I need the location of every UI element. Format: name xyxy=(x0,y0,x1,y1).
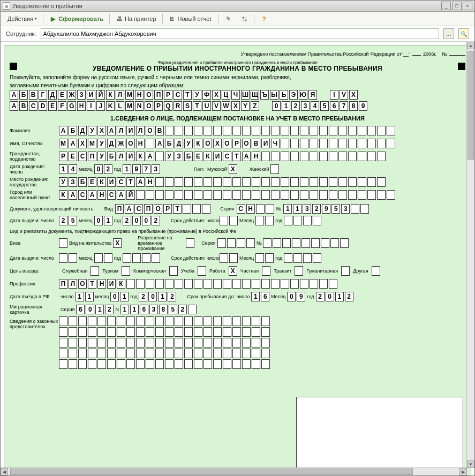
char-box[interactable] xyxy=(175,316,183,326)
char-box[interactable]: 5 xyxy=(69,216,77,225)
char-box[interactable] xyxy=(255,253,264,263)
char-box[interactable] xyxy=(213,349,222,358)
char-box[interactable] xyxy=(367,152,376,161)
char-box[interactable] xyxy=(146,349,154,358)
char-box[interactable] xyxy=(300,152,308,161)
char-box[interactable] xyxy=(252,279,260,289)
char-box[interactable] xyxy=(281,139,289,148)
char-box[interactable] xyxy=(284,253,292,263)
char-box[interactable] xyxy=(194,359,202,369)
char-box[interactable] xyxy=(290,177,299,187)
char-box[interactable] xyxy=(165,338,174,347)
char-box[interactable]: Т xyxy=(126,177,135,187)
char-box[interactable]: У xyxy=(97,139,106,148)
char-box[interactable]: 0 xyxy=(287,292,296,301)
char-box[interactable] xyxy=(261,190,270,200)
char-box[interactable]: 3 xyxy=(303,204,311,214)
char-box[interactable] xyxy=(300,279,308,289)
char-box[interactable] xyxy=(213,359,222,369)
char-box[interactable] xyxy=(290,139,299,148)
char-box[interactable] xyxy=(126,327,135,337)
char-box[interactable] xyxy=(165,359,174,369)
char-box[interactable]: 2 xyxy=(105,305,114,314)
char-box[interactable] xyxy=(310,126,318,135)
char-box[interactable]: 0 xyxy=(326,292,334,301)
char-box[interactable] xyxy=(175,338,183,347)
char-box[interactable] xyxy=(387,139,395,148)
char-box[interactable] xyxy=(293,253,302,263)
char-box[interactable]: 5 xyxy=(331,204,340,214)
char-box[interactable] xyxy=(175,327,183,337)
char-box[interactable] xyxy=(310,279,318,289)
char-box[interactable]: 1 xyxy=(85,292,94,301)
char-box[interactable] xyxy=(155,177,164,187)
char-box[interactable]: 1 xyxy=(251,292,260,301)
print-button[interactable]: 🖶На принтер xyxy=(112,13,160,24)
char-box[interactable]: Й xyxy=(126,190,135,200)
char-box[interactable]: Р xyxy=(59,152,67,161)
char-box[interactable] xyxy=(329,152,337,161)
char-box[interactable] xyxy=(184,327,193,337)
char-box[interactable] xyxy=(88,316,96,326)
char-box[interactable] xyxy=(358,152,366,161)
char-box[interactable]: У xyxy=(88,126,96,135)
char-box[interactable] xyxy=(319,279,328,289)
char-box[interactable] xyxy=(117,327,125,337)
char-box[interactable]: 5 xyxy=(169,305,177,314)
char-box[interactable] xyxy=(69,359,77,369)
char-box[interactable] xyxy=(358,126,366,135)
char-box[interactable] xyxy=(59,359,67,369)
char-box[interactable] xyxy=(107,359,116,369)
char-box[interactable] xyxy=(377,139,386,148)
char-box[interactable]: Н xyxy=(97,190,106,200)
char-box[interactable]: К xyxy=(97,177,106,187)
char-box[interactable] xyxy=(213,126,222,135)
char-box[interactable]: Л xyxy=(136,126,145,135)
char-box[interactable] xyxy=(59,253,67,263)
char-box[interactable] xyxy=(313,216,321,225)
char-box[interactable] xyxy=(117,359,125,369)
char-box[interactable] xyxy=(213,177,222,187)
char-box[interactable]: У xyxy=(184,139,193,148)
char-box[interactable]: О xyxy=(154,204,162,214)
char-box[interactable] xyxy=(175,190,183,200)
char-box[interactable] xyxy=(146,190,154,200)
char-box[interactable] xyxy=(126,338,135,347)
char-box[interactable]: Д xyxy=(107,139,116,148)
char-box[interactable] xyxy=(321,238,329,248)
char-box[interactable] xyxy=(59,338,67,347)
char-box[interactable]: 8 xyxy=(159,305,168,314)
char-box[interactable] xyxy=(165,177,174,187)
char-box[interactable] xyxy=(242,126,251,135)
char-box[interactable]: М xyxy=(88,139,96,148)
char-box[interactable]: С xyxy=(223,152,231,161)
char-box[interactable]: Х xyxy=(213,139,222,148)
char-box[interactable]: 2 xyxy=(168,292,176,301)
char-box[interactable]: А xyxy=(69,139,77,148)
char-box[interactable]: 0 xyxy=(94,216,103,225)
char-box[interactable]: 2 xyxy=(139,292,147,301)
char-box[interactable] xyxy=(69,338,77,347)
horizontal-scrollbar[interactable]: ◀ ▶ xyxy=(1,467,467,475)
char-box[interactable] xyxy=(256,204,265,214)
scroll-thumb[interactable] xyxy=(468,51,474,160)
char-box[interactable] xyxy=(367,177,376,187)
char-box[interactable]: Б xyxy=(78,177,87,187)
char-box[interactable] xyxy=(313,253,321,263)
char-box[interactable]: 7 xyxy=(142,164,150,174)
char-box[interactable] xyxy=(97,327,106,337)
char-box[interactable] xyxy=(123,253,131,263)
char-box[interactable] xyxy=(387,126,395,135)
gender-male-box[interactable]: X xyxy=(229,164,237,174)
char-box[interactable]: 1 xyxy=(123,164,131,174)
char-box[interactable]: 2 xyxy=(312,204,321,214)
char-box[interactable] xyxy=(213,327,222,337)
char-box[interactable] xyxy=(242,338,251,347)
char-box[interactable] xyxy=(223,177,231,187)
char-box[interactable] xyxy=(338,190,347,200)
char-box[interactable]: С xyxy=(237,204,245,214)
char-box[interactable] xyxy=(261,126,270,135)
char-box[interactable] xyxy=(107,327,116,337)
char-box[interactable] xyxy=(261,316,270,326)
char-box[interactable] xyxy=(290,126,299,135)
